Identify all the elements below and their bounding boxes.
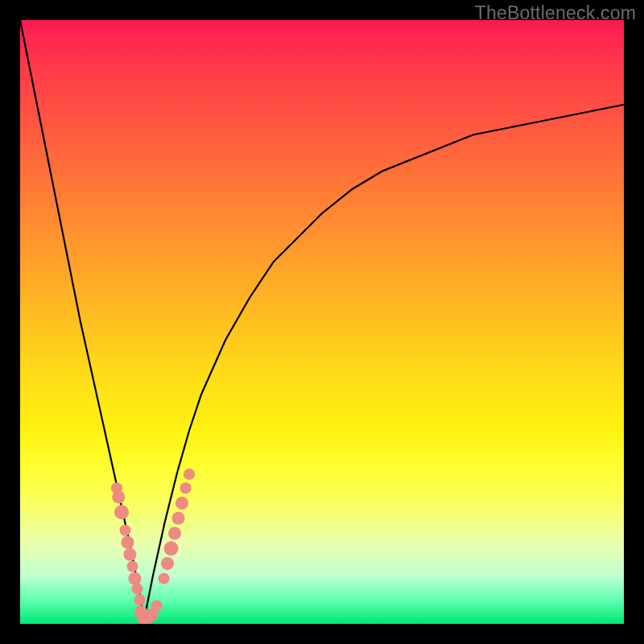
bottleneck-curve [20, 20, 624, 624]
data-marker [129, 572, 142, 585]
data-marker [132, 584, 143, 595]
data-marker [124, 548, 137, 561]
curve-layer [20, 20, 624, 624]
data-marker [180, 482, 192, 493]
data-marker [159, 573, 170, 584]
watermark-text: TheBottleneck.com [475, 2, 636, 24]
data-marker [161, 557, 174, 570]
data-marker [114, 505, 129, 519]
data-marker [120, 525, 131, 536]
data-marker [172, 512, 185, 525]
data-markers [111, 469, 195, 624]
plot-area [20, 20, 624, 624]
data-marker [175, 497, 188, 510]
data-marker [184, 469, 195, 480]
data-marker [122, 536, 134, 549]
data-marker [112, 491, 125, 504]
data-marker [134, 594, 146, 605]
chart-frame: TheBottleneck.com [0, 0, 644, 644]
data-marker [168, 527, 181, 540]
data-marker [127, 561, 138, 572]
data-marker [164, 541, 179, 555]
data-marker [151, 601, 163, 612]
